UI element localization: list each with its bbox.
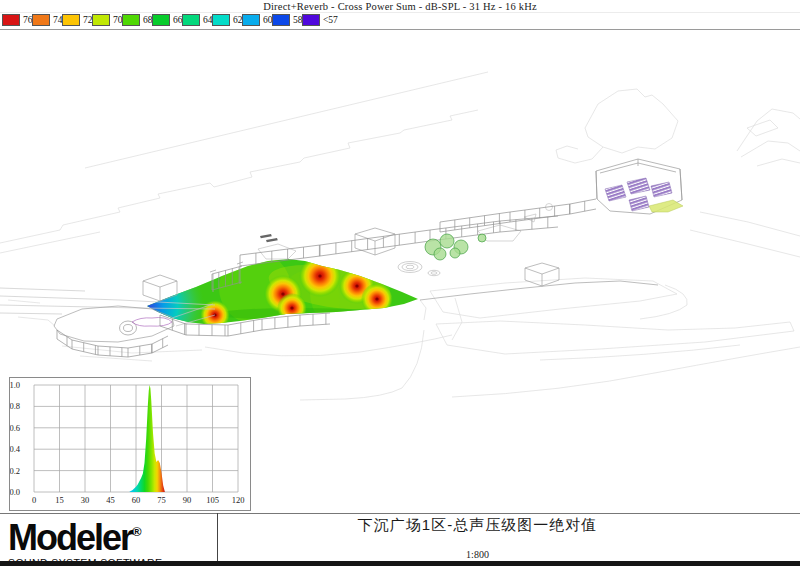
logo-wordmark: Modeler® — [8, 514, 213, 556]
svg-text:30: 30 — [81, 495, 90, 505]
legend-item: 70 — [92, 14, 122, 26]
svg-text:120: 120 — [232, 495, 245, 505]
svg-text:105: 105 — [206, 495, 219, 505]
header-underline — [0, 12, 800, 13]
legend-item: 62 — [212, 14, 242, 26]
legend-swatch — [242, 14, 260, 26]
legend-swatch — [212, 14, 230, 26]
svg-text:15: 15 — [55, 495, 64, 505]
registered-mark: ® — [132, 524, 142, 539]
legend-swatch — [92, 14, 110, 26]
trees — [425, 200, 683, 260]
page-title: Direct+Reverb - Cross Power Sum - dB-SPL… — [0, 1, 800, 12]
histogram-chart: 01530456075901051201.00.80.60.40.20.0 — [10, 378, 248, 508]
svg-text:0.2: 0.2 — [10, 466, 20, 476]
legend-item: 60 — [242, 14, 272, 26]
footer-divider — [217, 513, 218, 561]
legend-item: <57 — [302, 14, 332, 26]
legend-item: 76 — [2, 14, 32, 26]
svg-text:0.8: 0.8 — [10, 401, 20, 411]
svg-text:75: 75 — [157, 495, 166, 505]
legend-swatch — [272, 14, 290, 26]
histogram-panel: 01530456075901051201.00.80.60.40.20.0 — [9, 377, 251, 511]
svg-text:0.0: 0.0 — [10, 487, 20, 497]
svg-text:0: 0 — [32, 495, 36, 505]
legend-item: 68 — [122, 14, 152, 26]
bottom-border-bar — [0, 561, 800, 566]
histogram-grid — [34, 385, 238, 492]
svg-text:0.4: 0.4 — [10, 444, 21, 454]
legend-item: 64 — [182, 14, 212, 26]
legend-swatch — [152, 14, 170, 26]
drawing-scale: 1:800 — [220, 549, 735, 560]
svg-text:45: 45 — [106, 495, 115, 505]
svg-text:1.0: 1.0 — [10, 380, 20, 390]
legend-item: 74 — [32, 14, 62, 26]
spl-color-map — [84, 240, 430, 372]
legend: 76747270686664626058<57 — [2, 14, 332, 26]
svg-text:60: 60 — [132, 495, 141, 505]
legend-item: 72 — [62, 14, 92, 26]
plaza-wireframe — [0, 159, 682, 342]
legend-swatch — [182, 14, 200, 26]
modeler-logo: Modeler® SOUND SYSTEM SOFTWARE — [8, 514, 213, 566]
legend-item: 66 — [152, 14, 182, 26]
svg-text:0.6: 0.6 — [10, 423, 20, 433]
drawing-title-block: 下沉广场1区-总声压级图一绝对值 1:800 — [220, 516, 735, 560]
background-outlines — [0, 72, 800, 400]
legend-item: 58 — [272, 14, 302, 26]
legend-swatch — [62, 14, 80, 26]
histogram-area — [129, 385, 165, 492]
legend-label: <57 — [323, 15, 338, 25]
legend-swatch — [122, 14, 140, 26]
legend-swatch — [2, 14, 20, 26]
legend-swatch — [302, 14, 320, 26]
legend-swatch — [32, 14, 50, 26]
svg-text:90: 90 — [183, 495, 192, 505]
histogram-axis-labels: 01530456075901051201.00.80.60.40.20.0 — [10, 380, 244, 505]
drawing-title: 下沉广场1区-总声压级图一绝对值 — [220, 516, 735, 535]
header-separator — [0, 29, 800, 30]
